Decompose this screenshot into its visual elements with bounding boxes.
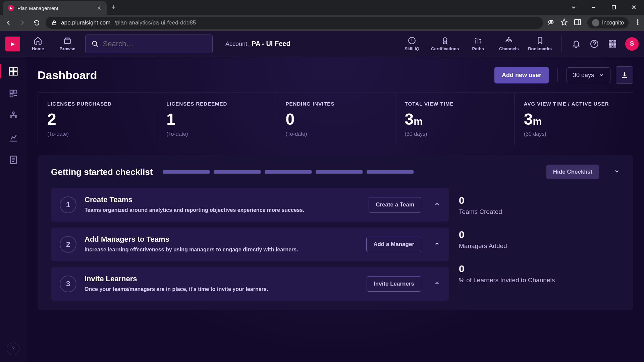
sidebar-item-people[interactable]: [0, 111, 27, 121]
nav-browse[interactable]: Browse: [56, 36, 79, 51]
paths-icon: [474, 36, 482, 45]
svg-rect-14: [612, 41, 613, 42]
forward-button[interactable]: [17, 19, 28, 26]
channels-icon: [504, 36, 513, 45]
collapse-button[interactable]: [434, 280, 440, 288]
nav-certifications[interactable]: Certifications: [431, 36, 459, 51]
search-input[interactable]: [103, 40, 206, 48]
incognito-indicator[interactable]: Incognito: [587, 17, 629, 28]
browser-tab[interactable]: Plan Management ✕: [3, 1, 107, 15]
side-stat: 0 Teams Created: [459, 195, 620, 216]
sidebar: ?: [0, 57, 27, 362]
eye-off-icon[interactable]: [547, 18, 554, 27]
download-button[interactable]: [616, 66, 633, 84]
checklist-item: 2 Add Managers to Teams Increase learnin…: [51, 228, 449, 261]
bell-icon: [572, 40, 581, 48]
window-maximize-icon[interactable]: [604, 1, 624, 14]
checklist-item: 1 Create Teams Teams organized around an…: [51, 188, 449, 222]
address-bar: app.pluralsight.com/plan-analytics/pa-ui…: [0, 15, 644, 31]
main-content: Dashboard Add new user 30 days Licenses …: [27, 57, 644, 362]
chevron-down-icon: [599, 72, 604, 78]
help-bubble[interactable]: ?: [7, 343, 19, 355]
svg-rect-26: [10, 90, 13, 93]
stat-value: 3: [524, 110, 533, 128]
app-logo[interactable]: [5, 37, 20, 51]
reload-button[interactable]: [32, 19, 42, 26]
svg-rect-24: [10, 72, 13, 75]
sidebar-item-org[interactable]: [0, 88, 27, 99]
window-controls: [564, 1, 644, 14]
step-number: 1: [60, 196, 76, 213]
account-indicator: Account: PA - UI Feed: [225, 40, 290, 48]
step-number: 2: [60, 236, 76, 253]
date-range-select[interactable]: 30 days: [567, 67, 610, 83]
tab-search-icon[interactable]: [564, 1, 584, 14]
invite-learners-button[interactable]: Invite Learners: [367, 276, 421, 292]
svg-point-6: [637, 24, 638, 25]
sidebar-item-log[interactable]: [0, 155, 27, 165]
app-navbar: Home Browse Account: PA - UI Feed Skill …: [0, 31, 644, 57]
svg-rect-27: [14, 90, 17, 93]
nav-channels[interactable]: Channels: [497, 36, 521, 51]
url-field[interactable]: app.pluralsight.com/plan-analytics/pa-ui…: [46, 17, 543, 29]
nav-home[interactable]: Home: [26, 36, 50, 51]
stat-licenses-purchased: Licenses Purchased 2 (To-date): [38, 93, 157, 145]
svg-rect-16: [609, 43, 610, 44]
chevron-up-icon: [434, 280, 440, 286]
stat-value: 1: [166, 110, 175, 128]
expand-all-button[interactable]: [614, 168, 620, 176]
stat-label: Avg View Time / Active User: [524, 101, 624, 107]
bookmark-star-icon[interactable]: [560, 18, 568, 27]
nav-channels-label: Channels: [499, 46, 519, 51]
dashboard-icon: [8, 66, 18, 76]
create-team-button[interactable]: Create a Team: [369, 197, 421, 213]
add-new-user-button[interactable]: Add new user: [494, 67, 549, 83]
checklist-item-desc: Increase learning effectiveness by using…: [85, 246, 358, 254]
collapse-button[interactable]: [434, 241, 440, 248]
collapse-button[interactable]: [434, 201, 440, 208]
org-icon: [8, 88, 18, 99]
notifications-button[interactable]: [571, 40, 582, 48]
window-minimize-icon[interactable]: [584, 1, 604, 14]
back-button[interactable]: [3, 19, 13, 26]
help-button[interactable]: [589, 40, 600, 48]
progress-segment: [265, 170, 312, 174]
new-tab-button[interactable]: +: [111, 3, 116, 12]
side-stat-value: 0: [459, 229, 620, 240]
sidebar-item-analytics[interactable]: [0, 133, 27, 143]
user-avatar[interactable]: S: [625, 37, 639, 51]
certifications-icon: [441, 36, 449, 45]
bookmarks-icon: [536, 36, 544, 45]
nav-bookmarks-label: Bookmarks: [528, 46, 552, 51]
stat-total-view-time: Total View Time 3m (30 days): [395, 93, 514, 145]
stat-sub: (To-date): [47, 131, 147, 137]
lock-icon: [52, 20, 57, 25]
progress-segment: [214, 170, 261, 174]
step-number: 3: [60, 276, 76, 292]
tab-close-icon[interactable]: ✕: [97, 5, 101, 11]
search-icon: [92, 40, 99, 48]
checklist-item-title: Add Managers to Teams: [85, 235, 358, 244]
side-stat-label: % of Learners Invited to Channels: [459, 277, 620, 284]
sidebar-item-dashboard[interactable]: [0, 66, 27, 76]
nav-paths[interactable]: Paths: [466, 36, 490, 51]
side-panel-icon[interactable]: [574, 18, 581, 27]
svg-rect-1: [53, 22, 56, 25]
window-close-icon[interactable]: [624, 1, 644, 14]
nav-skilliq[interactable]: Skill IQ: [400, 36, 424, 51]
svg-rect-17: [612, 43, 613, 44]
account-label: Account:: [225, 41, 249, 48]
kebab-menu-icon[interactable]: [635, 19, 641, 26]
hide-checklist-button[interactable]: Hide Checklist: [546, 165, 599, 179]
search-box[interactable]: [85, 35, 213, 53]
apps-button[interactable]: [607, 40, 618, 48]
chevron-up-icon: [434, 201, 440, 207]
add-manager-button[interactable]: Add a Manager: [366, 237, 421, 252]
stat-label: Licenses Redeemed: [166, 101, 266, 107]
svg-rect-15: [614, 41, 615, 42]
checklist-header: Getting started checklist Hide Checklist: [38, 165, 633, 188]
svg-point-5: [637, 22, 638, 23]
nav-bookmarks[interactable]: Bookmarks: [528, 36, 552, 51]
checklist-items: 1 Create Teams Teams organized around an…: [51, 188, 449, 301]
svg-point-11: [508, 37, 509, 38]
